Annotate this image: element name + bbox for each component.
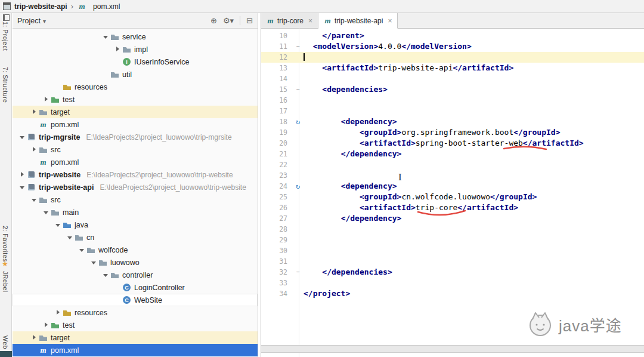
tree-item-path: E:\IdeaProjects2\project_luowowo\trip-we… bbox=[86, 171, 233, 179]
fold-spacer bbox=[292, 245, 304, 256]
chevron-spacer bbox=[114, 281, 122, 294]
tree-row-controller[interactable]: controller bbox=[13, 269, 258, 281]
code-line[interactable]: 11− <modelVersion>4.0.0</modelVersion> bbox=[261, 41, 644, 52]
tree-row-cn[interactable]: cn bbox=[13, 231, 258, 244]
tree-row-trip-mgrsite[interactable]: trip-mgrsiteE:\IdeaProjects2\project_luo… bbox=[13, 131, 258, 143]
settings-icon[interactable]: ⚙▾ bbox=[223, 16, 234, 25]
editor-tab-trip-website-api[interactable]: trip-website-api× bbox=[318, 13, 398, 29]
code-line[interactable]: 23 bbox=[261, 170, 644, 181]
chevron-right-icon[interactable] bbox=[42, 93, 50, 106]
stripe-jrebel-button[interactable]: JRebel bbox=[2, 271, 9, 293]
breadcrumb-file[interactable]: pom.xml bbox=[93, 2, 120, 11]
code-line[interactable]: 20 <artifactId>spring-boot-starter-web</… bbox=[261, 138, 644, 149]
hide-icon[interactable]: ⊟ bbox=[240, 16, 253, 25]
tree-row-pom.xml[interactable]: pom.xml bbox=[13, 118, 258, 131]
tree-row-pom.xml[interactable]: pom.xml bbox=[13, 156, 258, 168]
code-line[interactable]: 25 <groupId>cn.wolfcode.luowowo</groupId… bbox=[261, 192, 644, 202]
tree-row-test[interactable]: test bbox=[13, 319, 258, 331]
code-line[interactable]: 32− </dependencies> bbox=[261, 267, 644, 278]
stripe-favorites-button[interactable]: 2: Favorites bbox=[2, 226, 9, 262]
code-line[interactable]: 12 bbox=[261, 52, 644, 63]
stripe-project-button[interactable]: 1: Project bbox=[2, 21, 9, 51]
tree-row-test[interactable]: test bbox=[13, 93, 258, 106]
fold-icon[interactable]: − bbox=[292, 41, 304, 52]
code-line[interactable]: 17 bbox=[261, 106, 644, 116]
tree-row-java[interactable]: java bbox=[13, 218, 258, 231]
chevron-down-icon[interactable] bbox=[42, 206, 50, 218]
tree-row-service[interactable]: service bbox=[13, 30, 258, 43]
code-line[interactable]: 21 </dependency> bbox=[261, 149, 644, 159]
code-line[interactable]: 18↻ <dependency> bbox=[261, 116, 644, 127]
maven-refresh-icon[interactable]: ↻ bbox=[292, 181, 304, 192]
chevron-down-icon[interactable] bbox=[18, 131, 26, 143]
chevron-down-icon[interactable] bbox=[30, 193, 38, 206]
tree-row-resources[interactable]: resources bbox=[13, 306, 258, 319]
code-line[interactable]: 29 bbox=[261, 235, 644, 245]
close-tab-icon[interactable]: × bbox=[388, 17, 392, 25]
code-line[interactable]: 15− <dependencies> bbox=[261, 84, 644, 95]
tree-row-pom.xml[interactable]: pom.xml bbox=[13, 344, 258, 356]
chevron-right-icon[interactable] bbox=[54, 306, 62, 319]
code-token: </modelVersion> bbox=[401, 42, 471, 51]
chevron-down-icon[interactable] bbox=[54, 218, 62, 231]
chevron-down-icon[interactable] bbox=[66, 231, 74, 244]
tree-row-trip-website[interactable]: trip-websiteE:\IdeaProjects2\project_luo… bbox=[13, 168, 258, 181]
code-token: spring-boot-starter-web bbox=[416, 139, 523, 147]
chevron-right-icon[interactable] bbox=[30, 143, 38, 156]
fold-icon[interactable]: − bbox=[292, 267, 304, 278]
tree-row-LoginController[interactable]: LoginController bbox=[13, 281, 258, 294]
tree-row-src[interactable]: src bbox=[13, 143, 258, 156]
code-line[interactable]: 19 <groupId>org.springframework.boot</gr… bbox=[261, 127, 644, 138]
chevron-right-icon[interactable] bbox=[30, 106, 38, 118]
code-line[interactable]: 10 </parent> bbox=[261, 30, 644, 41]
chevron-down-icon[interactable] bbox=[78, 244, 86, 256]
breadcrumb-module[interactable]: trip-website-api bbox=[14, 2, 67, 11]
tree-row-impl[interactable]: impl bbox=[13, 43, 258, 56]
tree-row-trip-website-api[interactable]: trip-website-apiE:\IdeaProjects2\project… bbox=[13, 181, 258, 193]
code-line[interactable]: 33 bbox=[261, 278, 644, 288]
chevron-spacer bbox=[102, 68, 110, 81]
tree-row-util[interactable]: util bbox=[13, 68, 258, 81]
code-line[interactable]: 34</project> bbox=[261, 288, 644, 299]
tree-row-main[interactable]: main bbox=[13, 206, 258, 218]
tree-row-luowowo[interactable]: luowowo bbox=[13, 256, 258, 269]
chevron-down-icon[interactable] bbox=[18, 181, 26, 193]
tree-row-wolfcode[interactable]: wolfcode bbox=[13, 244, 258, 256]
project-view-dropdown[interactable]: Project bbox=[17, 17, 46, 25]
code-token: </project> bbox=[304, 289, 350, 298]
tree-item-label: IUserInfoService bbox=[134, 58, 189, 66]
code-line[interactable]: 13 <artifactId>trip-website-api</artifac… bbox=[261, 63, 644, 73]
chevron-right-icon[interactable] bbox=[18, 168, 26, 181]
chevron-down-icon[interactable] bbox=[90, 256, 98, 269]
tree-row-IUserInfoService[interactable]: IUserInfoService bbox=[13, 56, 258, 68]
chevron-right-icon[interactable] bbox=[42, 319, 50, 331]
locate-icon[interactable]: ⊕ bbox=[210, 16, 217, 25]
chevron-down-icon[interactable] bbox=[102, 30, 110, 43]
stripe-web-button[interactable]: Web bbox=[2, 336, 9, 349]
favorites-star-icon[interactable]: ★ bbox=[2, 260, 8, 268]
code-line[interactable]: 14 bbox=[261, 73, 644, 84]
code-line[interactable]: 31 bbox=[261, 256, 644, 267]
tree-row-resources[interactable]: resources bbox=[13, 81, 258, 93]
code-area[interactable]: 10 </parent>11− <modelVersion>4.0.0</mod… bbox=[261, 28, 644, 357]
tree-row-target[interactable]: target bbox=[13, 106, 258, 118]
fold-spacer bbox=[292, 170, 304, 181]
maven-refresh-icon[interactable]: ↻ bbox=[292, 116, 304, 127]
code-line[interactable]: 16 bbox=[261, 95, 644, 106]
tree-row-src[interactable]: src bbox=[13, 193, 258, 206]
close-tab-icon[interactable]: × bbox=[308, 17, 312, 25]
fold-icon[interactable]: − bbox=[292, 84, 304, 95]
code-line[interactable]: 26 <artifactId>trip-core</artifactId> bbox=[261, 202, 644, 213]
code-line[interactable]: 30 bbox=[261, 245, 644, 256]
chevron-right-icon[interactable] bbox=[30, 331, 38, 344]
tree-row-target[interactable]: target bbox=[13, 331, 258, 344]
tree-row-WebSite[interactable]: WebSite bbox=[13, 294, 258, 306]
code-line[interactable]: 27 </dependency> bbox=[261, 213, 644, 224]
code-line[interactable]: 24↻ <dependency> bbox=[261, 181, 644, 192]
stripe-structure-button[interactable]: 7: Structure bbox=[2, 67, 9, 103]
chevron-down-icon[interactable] bbox=[102, 269, 110, 281]
code-line[interactable]: 28 bbox=[261, 224, 644, 235]
editor-tab-trip-core[interactable]: trip-core× bbox=[261, 13, 318, 28]
chevron-right-icon[interactable] bbox=[114, 43, 122, 56]
code-line[interactable]: 22 bbox=[261, 159, 644, 170]
